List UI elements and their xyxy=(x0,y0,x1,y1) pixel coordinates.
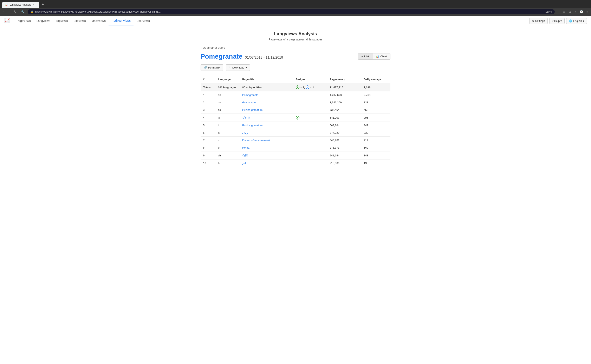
nav-topviews[interactable]: Topviews xyxy=(53,16,71,26)
row-title[interactable]: Гранат обыкновенный xyxy=(240,136,293,144)
download-chevron-icon: ▾ xyxy=(246,66,247,69)
row-lang: zh xyxy=(215,151,240,160)
address-bar[interactable]: 🔒 https://tools.wmflabs.org/langviews/?p… xyxy=(28,9,555,14)
history-button[interactable]: 🕐 xyxy=(579,10,584,14)
totals-language: 101 languages xyxy=(215,83,240,91)
table-row: 4 ja ザクロ + 641,208 395 xyxy=(201,114,390,122)
page-link[interactable]: Granatapfel xyxy=(242,101,256,104)
good-article-badge: + xyxy=(296,85,299,89)
home-button[interactable]: ⌂ xyxy=(574,10,577,14)
page-link[interactable]: Punica granatum xyxy=(242,108,262,111)
col-header-num: # xyxy=(201,76,215,83)
page-link[interactable]: انار xyxy=(242,162,246,165)
row-num: 3 xyxy=(201,106,215,114)
language-button[interactable]: 🌐 English ▾ xyxy=(566,18,587,24)
row-lang: ja xyxy=(215,114,240,122)
totals-badge-container: + × 2, ✓ × 1 xyxy=(296,85,325,89)
query-title: Pomegranate 01/07/2015 - 11/12/2019 xyxy=(201,53,283,60)
new-tab-button[interactable]: + xyxy=(40,2,45,8)
nav-siteviews[interactable]: Siteviews xyxy=(71,16,89,26)
nav-langviews[interactable]: Langviews xyxy=(34,16,53,26)
page-link[interactable]: رمان xyxy=(242,131,248,134)
page-link[interactable]: ザクロ xyxy=(242,116,250,119)
tab-bar: 📊 Langviews Analysis × + xyxy=(2,2,45,8)
action-buttons: 🔗 Permalink ⬇ Download ▾ xyxy=(201,64,390,71)
browser-chrome: 📊 Langviews Analysis × + xyxy=(0,0,591,8)
list-icon: ≡ xyxy=(361,55,363,58)
forward-button[interactable]: › xyxy=(7,9,11,14)
row-title[interactable]: Punica granatum xyxy=(240,122,293,129)
col-header-pageviews[interactable]: Pageviews xyxy=(327,76,361,83)
refresh-button[interactable]: ↻ xyxy=(13,9,18,14)
back-query-label: Do another query xyxy=(203,46,225,49)
table-row: 7 ru Гранат обыкновенный 343,761 212 xyxy=(201,136,390,144)
row-daily: 395 xyxy=(361,114,390,122)
active-tab[interactable]: 📊 Langviews Analysis × xyxy=(2,2,39,8)
download-button[interactable]: ⬇ Download ▾ xyxy=(226,64,250,71)
permalink-label: Permalink xyxy=(208,66,220,69)
row-title[interactable]: Punica granatum xyxy=(240,106,293,114)
page-link[interactable]: Pomegranate xyxy=(242,93,258,97)
list-view-button[interactable]: ≡ List xyxy=(358,53,372,59)
tools-button[interactable]: 🔧 xyxy=(19,9,26,14)
tab-close-button[interactable]: × xyxy=(32,3,34,6)
table-row: 10 fa انار 218,866 135 xyxy=(201,160,390,167)
good-article-badge-row: + xyxy=(296,116,299,119)
lock-icon: 🔒 xyxy=(31,10,34,13)
row-title[interactable]: Romã xyxy=(240,144,293,151)
help-button[interactable]: ? Help ▾ xyxy=(549,18,565,24)
page-link[interactable]: Romã xyxy=(242,146,249,149)
nav-pageviews[interactable]: Pageviews xyxy=(14,16,34,26)
date-range: 01/07/2015 - 11/12/2019 xyxy=(245,56,283,60)
row-badges xyxy=(293,144,327,151)
page-link[interactable]: 石榴 xyxy=(242,154,248,157)
totals-num: Totals xyxy=(201,83,215,91)
col-header-page-title: Page title xyxy=(240,76,293,83)
row-pageviews: 736,464 xyxy=(327,106,361,114)
menu-button[interactable]: ≡ xyxy=(586,10,589,14)
row-title[interactable]: انار xyxy=(240,160,293,167)
row-pageviews: 241,144 xyxy=(327,151,361,160)
query-header: Pomegranate 01/07/2015 - 11/12/2019 ≡ Li… xyxy=(201,53,390,60)
row-num: 7 xyxy=(201,136,215,144)
row-title[interactable]: رمان xyxy=(240,129,293,136)
settings-button[interactable]: ⚙ Settings xyxy=(529,18,548,24)
totals-page-title: 80 unique titles xyxy=(240,83,293,91)
browser-toolbar: ‹ › ↻ 🔧 🔒 https://tools.wmflabs.org/lang… xyxy=(0,8,591,16)
row-daily: 148 xyxy=(361,151,390,160)
permalink-button[interactable]: 🔗 Permalink xyxy=(201,64,223,71)
row-num: 10 xyxy=(201,160,215,167)
row-title[interactable]: Granatapfel xyxy=(240,99,293,106)
nav-massviews[interactable]: Massviews xyxy=(89,16,109,26)
row-pageviews: 275,371 xyxy=(327,144,361,151)
totals-daily: 7,186 xyxy=(361,83,390,91)
back-button[interactable]: ‹ xyxy=(2,9,6,14)
permalink-icon: 🔗 xyxy=(204,66,207,69)
chart-view-button[interactable]: 📊 Chart xyxy=(372,53,390,59)
row-pageviews: 343,761 xyxy=(327,136,361,144)
page-link[interactable]: Punica granatum xyxy=(242,124,262,127)
row-badges xyxy=(293,129,327,136)
tab-title: Langviews Analysis xyxy=(9,3,31,6)
row-badges xyxy=(293,151,327,160)
back-query-link[interactable]: ‹ Do another query xyxy=(201,46,390,49)
row-title[interactable]: 石榴 xyxy=(240,151,293,160)
page-title: Langviews Analysis xyxy=(201,31,390,37)
row-title[interactable]: ザクロ xyxy=(240,114,293,122)
pocket-icon[interactable]: ☆ xyxy=(562,10,566,14)
bookmark-icon[interactable]: ⊕ xyxy=(568,10,572,14)
more-options-button[interactable]: ··· xyxy=(556,10,560,14)
row-title[interactable]: Pomegranate xyxy=(240,91,293,99)
page-link[interactable]: Гранат обыкновенный xyxy=(242,139,270,142)
table-row: 5 it Punica granatum 563,264 347 xyxy=(201,122,390,129)
totals-pageviews: 11,677,310 xyxy=(327,83,361,91)
help-chevron-icon: ▾ xyxy=(560,20,562,22)
row-num: 2 xyxy=(201,99,215,106)
nav-links: Pageviews Langviews Topviews Siteviews M… xyxy=(14,16,529,26)
nav-redirect-views[interactable]: Redirect Views xyxy=(109,16,134,26)
row-pageviews: 1,346,269 xyxy=(327,99,361,106)
main-content: Langviews Analysis Pageviews of a page a… xyxy=(196,26,395,172)
row-pageviews: 374,020 xyxy=(327,129,361,136)
nav-userviews[interactable]: Userviews xyxy=(134,16,153,26)
site-logo: 📈 xyxy=(4,18,10,24)
